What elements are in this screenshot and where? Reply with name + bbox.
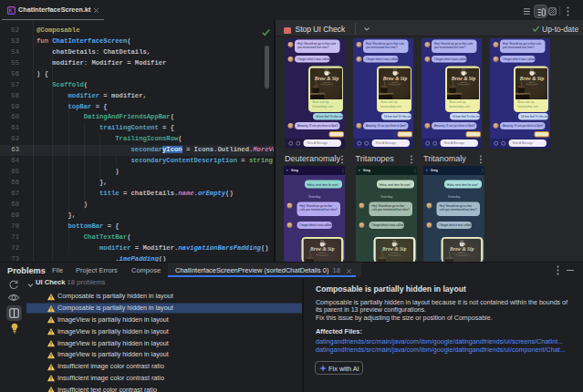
svg-text:· coffee co ·: · coffee co · bbox=[527, 81, 536, 83]
svg-text:· coffee co ·: · coffee co · bbox=[390, 81, 400, 83]
svg-text:· coffee co ·: · coffee co · bbox=[459, 81, 468, 83]
svg-text:· coffee co ·: · coffee co · bbox=[322, 81, 331, 83]
